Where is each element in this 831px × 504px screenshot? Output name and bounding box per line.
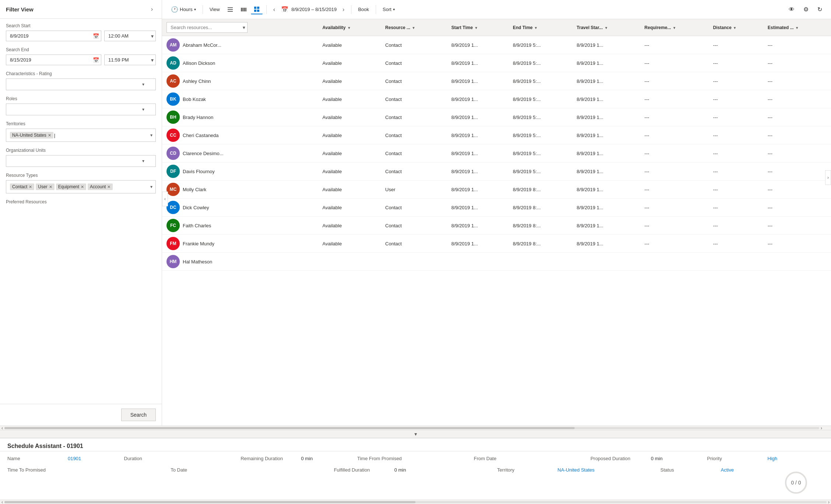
territories-tags-wrap[interactable]: NA-United States ✕ | ▾	[6, 129, 156, 142]
date-prev-button[interactable]: ‹	[270, 5, 278, 14]
avatar: HM	[166, 255, 180, 268]
hours-dropdown[interactable]: 🕐 Hours ▾	[168, 4, 199, 14]
search-button[interactable]: Search	[121, 409, 156, 421]
col-travel-start[interactable]: Travel Star... ▾	[572, 19, 640, 36]
date-next-button[interactable]: ›	[340, 5, 347, 14]
search-end-time-input[interactable]	[104, 55, 156, 65]
clock-icon: 🕐	[171, 6, 178, 13]
col-distance[interactable]: Distance ▾	[709, 19, 763, 36]
field-time-from-promised-label: Time From Promised	[357, 456, 416, 461]
table-row[interactable]: DFDavis FlournoyAvailableContact8/9/2019…	[162, 162, 831, 181]
col-requirements[interactable]: Requireme... ▾	[640, 19, 709, 36]
sort-dropdown[interactable]: Sort ▾	[380, 5, 398, 14]
expand-down-icon[interactable]: ▾	[414, 431, 417, 437]
book-button[interactable]: Book	[355, 5, 372, 14]
rt-equipment-close-icon[interactable]: ✕	[81, 185, 84, 189]
cell-estimated: ---	[763, 162, 831, 181]
horizontal-scrollbar-track[interactable]	[4, 427, 819, 429]
field-fulfilled-duration: Fulfilled Duration 0 min	[334, 467, 497, 473]
table-row[interactable]: BHBrady HannonAvailableContact8/9/2019 1…	[162, 108, 831, 126]
collapse-right-button[interactable]: ›	[825, 170, 831, 185]
resource-type-tag-account: Account ✕	[88, 183, 113, 190]
characteristics-label: Characteristics - Rating	[6, 71, 156, 76]
list-view-button[interactable]	[224, 5, 236, 14]
field-name-value[interactable]: 01901	[68, 456, 81, 461]
table-row[interactable]: HMHal Matheson	[162, 253, 831, 271]
rt-contact-label: Contact	[12, 184, 27, 189]
search-resources-input[interactable]	[167, 22, 247, 32]
cell-distance: ---	[709, 162, 763, 181]
field-priority-value[interactable]: High	[767, 456, 777, 461]
cell-estimated: ---	[763, 199, 831, 217]
table-row[interactable]: AMAbraham McCor...AvailableContact8/9/20…	[162, 36, 831, 54]
table-header-row: ▾ Availability ▾ Resource ... ▾	[162, 19, 831, 36]
col-estimated[interactable]: Estimated ... ▾	[763, 19, 831, 36]
refresh-icon[interactable]: ↻	[814, 4, 825, 14]
bottom-scroll-left[interactable]: ‹	[1, 500, 3, 504]
bottom-scrollbar-track[interactable]	[4, 501, 827, 503]
avatar: AC	[166, 74, 180, 88]
preferred-resources-label: Preferred Resources	[6, 199, 156, 204]
table-row[interactable]: MCMolly ClarkAvailableUser8/9/2019 1...8…	[162, 181, 831, 199]
search-start-time-wrap: ▾	[104, 31, 156, 41]
characteristics-dropdown[interactable]: ▾	[6, 78, 156, 90]
cell-travelStart: 8/9/2019 1...	[572, 235, 640, 253]
search-start-time-chevron[interactable]: ▾	[151, 33, 154, 39]
field-proposed-duration: Proposed Duration 0 min	[590, 456, 707, 461]
view-dropdown[interactable]: View	[207, 5, 223, 14]
bottom-scroll[interactable]: ‹ ›	[0, 500, 831, 504]
search-start-date-input[interactable]	[6, 31, 101, 41]
col-availability[interactable]: Availability ▾	[318, 19, 381, 36]
resource-name-label: Dick Cowley	[183, 205, 209, 210]
view-toggle-icon[interactable]: 👁	[786, 5, 797, 14]
field-duration-label: Duration	[124, 456, 183, 461]
table-row[interactable]: BKBob KozakAvailableContact8/9/2019 1...…	[162, 90, 831, 108]
rt-account-close-icon[interactable]: ✕	[107, 185, 111, 189]
toolbar-divider-4	[376, 5, 376, 14]
cell-requirements: ---	[640, 217, 709, 235]
table-row[interactable]: ACAshley ChinnAvailableContact8/9/2019 1…	[162, 72, 831, 90]
scroll-corner[interactable]	[822, 426, 830, 430]
avatar: FC	[166, 219, 180, 232]
schedule-board-scroll[interactable]: ‹ ›	[0, 426, 831, 430]
field-duration: Duration	[124, 456, 241, 461]
bar-icon	[241, 7, 246, 13]
search-end-date-input[interactable]	[6, 55, 101, 65]
cell-endTime: 8/9/2019 5:...	[508, 54, 572, 72]
settings-icon[interactable]: ⚙	[800, 4, 811, 14]
table-row[interactable]: FCFaith CharlesAvailableContact8/9/2019 …	[162, 217, 831, 235]
bar-view-button[interactable]	[238, 5, 249, 14]
territory-tag-close-icon[interactable]: ✕	[48, 133, 51, 138]
roles-dropdown[interactable]: ▾	[6, 104, 156, 115]
col-end-time-label: End Time	[513, 25, 533, 30]
col-start-time[interactable]: Start Time ▾	[447, 19, 508, 36]
cell-resource: Contact	[381, 162, 447, 181]
table-row[interactable]: ADAllison DicksonAvailableContact8/9/201…	[162, 54, 831, 72]
org-units-chevron-icon: ▾	[142, 158, 144, 164]
grid-view-button[interactable]	[251, 5, 263, 14]
rt-user-close-icon[interactable]: ✕	[49, 185, 52, 189]
field-territory-value[interactable]: NA-United States	[558, 467, 595, 473]
field-status-value[interactable]: Active	[721, 467, 734, 473]
collapse-left-button[interactable]: ‹	[162, 192, 168, 206]
search-end-time-chevron[interactable]: ▾	[151, 57, 154, 63]
table-row[interactable]: DCDick CowleyAvailableContact8/9/2019 1.…	[162, 199, 831, 217]
resource-types-tags-wrap[interactable]: Contact ✕ User ✕ Equipment ✕ Account	[6, 180, 156, 193]
org-units-dropdown[interactable]: ▾	[6, 155, 156, 167]
filter-collapse-button[interactable]: ›	[148, 4, 156, 14]
table-row[interactable]: CCCheri CastanedaAvailableContact8/9/201…	[162, 126, 831, 144]
resource-table-wrap[interactable]: ▾ Availability ▾ Resource ... ▾	[162, 19, 831, 426]
rt-contact-close-icon[interactable]: ✕	[29, 185, 32, 189]
table-row[interactable]: FMFrankie MundyAvailableContact8/9/2019 …	[162, 235, 831, 253]
resource-name-label: Frankie Mundy	[183, 241, 214, 246]
col-resource[interactable]: Resource ... ▾	[381, 19, 447, 36]
search-end-calendar-icon[interactable]: 📅	[93, 57, 99, 63]
search-start-calendar-icon[interactable]: 📅	[93, 33, 99, 39]
col-end-time[interactable]: End Time ▾	[508, 19, 572, 36]
bottom-scroll-right[interactable]: ›	[828, 500, 830, 504]
field-from-date: From Date	[474, 456, 590, 461]
search-start-time-input[interactable]	[104, 31, 156, 41]
table-row[interactable]: CDClarence Desimo...AvailableContact8/9/…	[162, 144, 831, 162]
cell-resource: Contact	[381, 199, 447, 217]
resource-name-cell-8: DFDavis Flournoy	[162, 162, 318, 181]
